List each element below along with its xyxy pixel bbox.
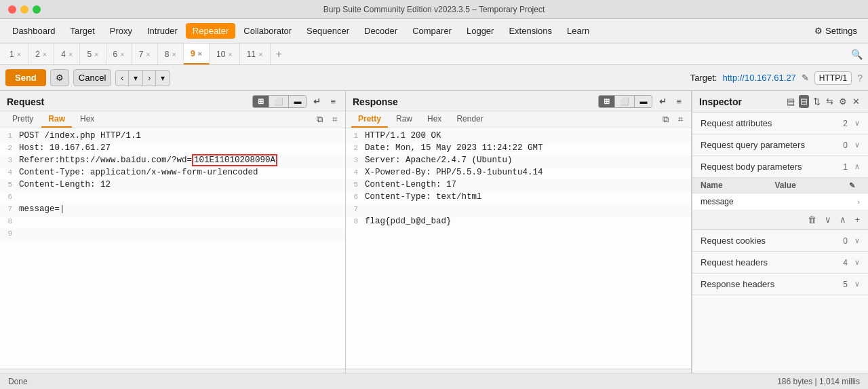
inspector-sort-asc-btn[interactable]: ⇅ — [812, 95, 822, 108]
tab-6[interactable]: 6× — [106, 43, 132, 64]
close-button[interactable] — [8, 5, 16, 14]
edit-target-icon[interactable]: ✎ — [802, 73, 809, 83]
request-line-5: 5 Content-Length: 12 — [0, 180, 345, 192]
request-more-btn[interactable]: ≡ — [328, 95, 338, 108]
tab-7[interactable]: 7× — [132, 43, 158, 64]
minimize-button[interactable] — [20, 5, 28, 14]
menu-logger[interactable]: Logger — [460, 23, 500, 39]
request-subtab-raw[interactable]: Raw — [41, 111, 72, 128]
inspector-request-attributes-count: 2 — [843, 119, 848, 128]
inspector-up-btn[interactable]: ∧ — [837, 213, 849, 226]
menu-comparer[interactable]: Comparer — [406, 23, 458, 39]
request-line-9: 9 — [0, 229, 345, 241]
inspector-toolbar: ▤ ⊟ ⇅ ⇆ ⚙ ✕ — [785, 95, 861, 108]
inspector-view-btn-1[interactable]: ▤ — [785, 95, 796, 108]
inspector-section-response-headers-header[interactable]: Response headers 5 ∨ — [692, 274, 868, 295]
inspector-cookies-count: 0 — [843, 236, 848, 246]
response-subtab-hex[interactable]: Hex — [420, 111, 448, 128]
target-url[interactable]: http://10.167.61.27 — [722, 73, 795, 83]
response-copy-btn[interactable]: ⧉ — [660, 113, 671, 126]
inspector-body-param-row-1[interactable]: message › — [692, 193, 868, 210]
tab-2[interactable]: 2× — [28, 43, 54, 64]
inspector-param-arrow[interactable]: › — [857, 198, 860, 206]
inspector-panel: Inspector ▤ ⊟ ⇅ ⇆ ⚙ ✕ Request attributes… — [692, 91, 868, 389]
inspector-cookies-chevron: ∨ — [854, 236, 860, 245]
inspector-section-request-headers-header[interactable]: Request headers 4 ∨ — [692, 252, 868, 273]
response-view-horizontal[interactable]: ▬ — [635, 96, 652, 107]
menu-extensions[interactable]: Extensions — [502, 23, 559, 39]
inspector-down-btn[interactable]: ∨ — [822, 213, 834, 226]
response-paste-btn[interactable]: ⌗ — [675, 113, 686, 126]
response-wrap-btn[interactable]: ↵ — [656, 95, 669, 108]
settings-label: Settings — [825, 26, 857, 36]
search-icon[interactable]: 🔍 — [851, 49, 863, 60]
tab-11[interactable]: 11× — [240, 43, 271, 64]
response-line-2: 2 Date: Mon, 15 May 2023 11:24:22 GMT — [346, 143, 691, 155]
menu-collaborator[interactable]: Collaborator — [237, 23, 298, 39]
request-wrap-btn[interactable]: ↵ — [311, 95, 323, 108]
inspector-section-request-attributes-header[interactable]: Request attributes 2 ∨ — [692, 113, 868, 134]
http-version-badge[interactable]: HTTP/1 — [814, 71, 852, 85]
nav-next-dropdown-button[interactable]: ▾ — [156, 71, 170, 86]
menu-sequencer[interactable]: Sequencer — [300, 23, 356, 39]
inspector-response-headers-chevron: ∨ — [854, 280, 860, 289]
inspector-close-btn[interactable]: ✕ — [851, 95, 861, 108]
inspector-body-params-table-header: Name Value ✎ — [692, 178, 868, 193]
menu-dashboard[interactable]: Dashboard — [5, 23, 62, 39]
inspector-request-attributes-chevron: ∨ — [854, 119, 860, 128]
request-copy-btn[interactable]: ⧉ — [314, 113, 326, 126]
request-view-vertical[interactable]: ⬜ — [269, 96, 289, 107]
tab-9[interactable]: 9× — [184, 43, 210, 64]
nav-next-button[interactable]: › — [143, 71, 156, 86]
inspector-section-response-headers: Response headers 5 ∨ — [692, 274, 868, 295]
response-view-split[interactable]: ⊞ — [599, 96, 615, 107]
menu-intruder[interactable]: Intruder — [140, 23, 184, 39]
response-subtab-render[interactable]: Render — [450, 111, 490, 128]
inspector-body-params-content: Name Value ✎ message › 🗑 ∨ ∧ + — [692, 177, 868, 229]
inspector-section-cookies-header[interactable]: Request cookies 0 ∨ — [692, 230, 868, 251]
cancel-button[interactable]: Cancel — [73, 69, 111, 86]
request-view-split[interactable]: ⊞ — [253, 96, 269, 107]
inspector-sort-desc-btn[interactable]: ⇆ — [825, 95, 835, 108]
response-more-btn[interactable]: ≡ — [673, 95, 684, 108]
request-line-3: 3 Referer:https://www.baidu.com/?wd=101E… — [0, 155, 345, 168]
request-paste-btn[interactable]: ⌗ — [330, 113, 340, 126]
settings-button[interactable]: ⚙ Settings — [809, 23, 863, 39]
request-line-2: 2 Host: 10.167.61.27 — [0, 143, 345, 155]
tab-8[interactable]: 8× — [158, 43, 184, 64]
nav-dropdown-button[interactable]: ▾ — [129, 71, 143, 86]
menu-target[interactable]: Target — [64, 23, 102, 39]
inspector-query-params-label: Request query parameters — [701, 140, 840, 150]
nav-prev-button[interactable]: ‹ — [116, 71, 129, 86]
menu-learn[interactable]: Learn — [560, 23, 596, 39]
menu-decoder[interactable]: Decoder — [357, 23, 404, 39]
inspector-section-query-params: Request query parameters 0 ∨ — [692, 134, 868, 156]
request-line-4: 4 Content-Type: application/x-www-form-u… — [0, 168, 345, 180]
request-view-horizontal[interactable]: ▬ — [289, 96, 306, 107]
tab-5[interactable]: 5× — [80, 43, 106, 64]
request-subtab-hex[interactable]: Hex — [73, 111, 101, 128]
settings-cog-button[interactable]: ⚙ — [50, 69, 69, 86]
request-line-1: 1 POST /index.php HTTP/1.1 — [0, 131, 345, 143]
inspector-section-body-params-header[interactable]: Request body parameters 1 ∧ — [692, 156, 868, 177]
menu-repeater[interactable]: Repeater — [186, 23, 235, 39]
help-icon[interactable]: ? — [857, 73, 863, 84]
send-button[interactable]: Send — [5, 69, 46, 86]
response-subtab-raw[interactable]: Raw — [389, 111, 419, 128]
response-view-vertical[interactable]: ⬜ — [615, 96, 635, 107]
inspector-view-btn-2[interactable]: ⊟ — [799, 95, 809, 108]
tab-4[interactable]: 4× — [54, 43, 80, 64]
request-subtab-pretty[interactable]: Pretty — [5, 111, 40, 128]
add-tab-button[interactable]: + — [271, 43, 288, 64]
menu-proxy[interactable]: Proxy — [103, 23, 139, 39]
inspector-section-query-params-header[interactable]: Request query parameters 0 ∨ — [692, 134, 868, 155]
tab-1[interactable]: 1× — [3, 43, 28, 64]
tab-10[interactable]: 10× — [210, 43, 240, 64]
request-code-area[interactable]: 1 POST /index.php HTTP/1.1 2 Host: 10.16… — [0, 128, 345, 369]
maximize-button[interactable] — [33, 5, 41, 14]
inspector-settings-btn[interactable]: ⚙ — [837, 95, 848, 108]
inspector-add-btn[interactable]: + — [852, 213, 863, 226]
response-subtab-pretty[interactable]: Pretty — [351, 111, 388, 128]
inspector-delete-btn[interactable]: 🗑 — [805, 213, 819, 226]
inspector-body-params-chevron: ∧ — [854, 162, 860, 171]
